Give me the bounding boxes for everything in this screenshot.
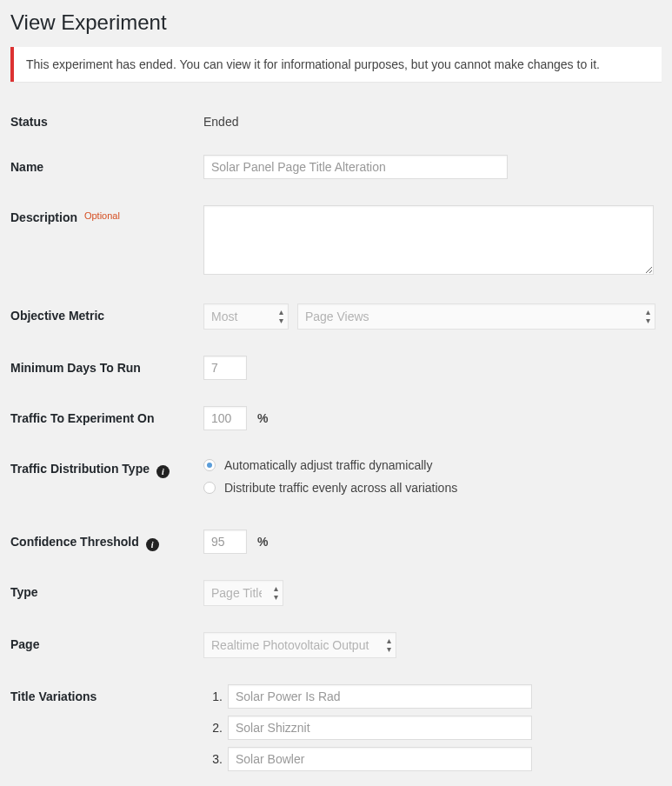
variation-row: 3. [203, 747, 662, 771]
radio-even: Distribute traffic evenly across all var… [203, 481, 662, 495]
label-traffic-on: Traffic To Experiment On [10, 411, 154, 425]
metric-name-select: Page Views [297, 303, 655, 330]
label-name: Name [10, 160, 43, 174]
row-title-variations: Title Variations 1.2.3. [10, 684, 662, 778]
label-page: Page [10, 637, 39, 651]
confidence-input [203, 530, 247, 554]
variation-number: 1. [203, 689, 223, 703]
page-title: View Experiment [10, 10, 662, 35]
type-select: Page Title [203, 580, 283, 606]
description-textarea [203, 205, 654, 275]
variation-input [228, 684, 532, 709]
label-confidence: Confidence Threshold [10, 535, 139, 549]
row-objective-metric: Objective Metric Most ▴▾ Page Views ▴▾ [10, 303, 662, 330]
notice-banner: This experiment has ended. You can view … [10, 47, 662, 82]
row-name: Name [10, 155, 662, 179]
radio-auto: Automatically adjust traffic dynamically [203, 458, 662, 472]
variation-number: 2. [203, 721, 223, 735]
radio-even-label: Distribute traffic evenly across all var… [224, 481, 457, 495]
label-traffic-dist: Traffic Distribution Type [10, 462, 150, 476]
variation-row: 1. [203, 684, 662, 709]
percent-suffix: % [257, 411, 268, 425]
row-status: Status Ended [10, 110, 662, 129]
row-type: Type Page Title ▴▾ [10, 580, 662, 606]
traffic-pct-input [203, 406, 247, 430]
radio-dot-icon [203, 482, 216, 494]
metric-direction-select: Most [203, 303, 289, 330]
percent-suffix: % [257, 535, 268, 549]
row-description: Description Optional [10, 205, 662, 277]
label-description: Description [10, 210, 77, 224]
row-traffic-on: Traffic To Experiment On % [10, 406, 662, 430]
page-select: Realtime Photovoltaic Output [203, 632, 396, 658]
label-status: Status [10, 115, 48, 129]
row-page: Page Realtime Photovoltaic Output ▴▾ [10, 632, 662, 658]
label-type: Type [10, 585, 38, 599]
variation-number: 3. [203, 752, 223, 766]
label-title-variations: Title Variations [10, 689, 96, 703]
radio-dot-selected-icon [203, 459, 216, 471]
row-confidence: Confidence Threshold i % [10, 530, 662, 554]
label-objective-metric: Objective Metric [10, 309, 104, 323]
variation-input [228, 716, 532, 740]
label-min-days: Minimum Days To Run [10, 361, 141, 375]
optional-tag: Optional [84, 210, 120, 221]
row-min-days: Minimum Days To Run [10, 356, 662, 380]
variation-input [228, 747, 532, 771]
info-icon: i [146, 538, 159, 551]
info-icon: i [156, 465, 170, 478]
variation-row: 2. [203, 716, 662, 740]
row-traffic-dist: Traffic Distribution Type i Automaticall… [10, 456, 662, 503]
value-status: Ended [203, 115, 238, 129]
radio-auto-label: Automatically adjust traffic dynamically [224, 458, 432, 472]
min-days-input [203, 356, 247, 380]
name-input [203, 155, 508, 179]
